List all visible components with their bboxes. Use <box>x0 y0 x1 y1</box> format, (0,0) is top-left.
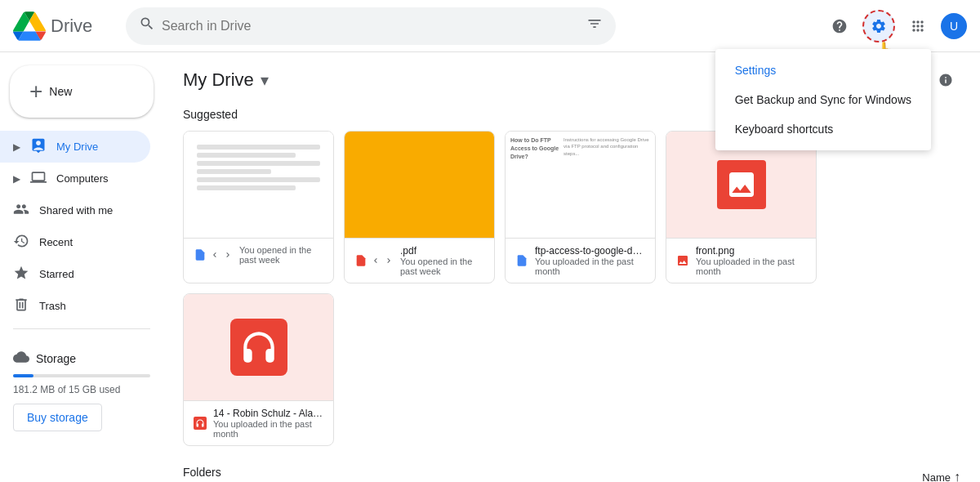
settings-menu-item[interactable]: Settings <box>715 56 931 85</box>
card-date: You opened in the past week <box>239 245 323 265</box>
suggested-cards: You opened in the past week <box>183 131 960 446</box>
red-image-preview <box>717 160 766 209</box>
file-card[interactable]: You opened in the past week <box>183 131 334 283</box>
shared-icon <box>13 201 29 220</box>
sidebar-divider <box>13 328 150 329</box>
new-button[interactable]: + New <box>10 65 154 118</box>
doc-lines <box>190 138 327 200</box>
my-drive-icon <box>30 137 47 156</box>
gdoc-icon <box>515 254 528 267</box>
search-input[interactable] <box>162 19 580 33</box>
settings-button[interactable] <box>862 10 895 42</box>
sidebar-item-computers[interactable]: ▶ Computers <box>0 163 150 194</box>
card-details: front.png You uploaded in the past month <box>696 245 806 276</box>
buy-storage-button[interactable]: Buy storage <box>13 404 102 431</box>
cloud-icon <box>13 349 29 368</box>
expand-arrow-icon: ▶ <box>13 141 20 153</box>
apps-button[interactable] <box>902 10 934 42</box>
sidebar: + New ▶ My Drive ▶ Computers <box>0 52 163 482</box>
card-icon-nav <box>194 248 233 261</box>
info-button[interactable] <box>931 65 960 95</box>
storage-section: Storage 181.2 MB of 15 GB used Buy stora… <box>0 336 163 438</box>
settings-dropdown: Settings Get Backup and Sync for Windows… <box>715 49 931 150</box>
card-details: .pdf You opened in the past week <box>400 245 484 276</box>
file-card[interactable]: front.png You uploaded in the past month <box>666 131 817 283</box>
drive-logo-icon <box>13 10 46 42</box>
card-details: 14 - Robin Schulz - Alane... You uploade… <box>213 408 323 439</box>
storage-text: 181.2 MB of 15 GB used <box>13 384 150 395</box>
help-button[interactable] <box>823 10 856 42</box>
doc-line <box>197 145 320 150</box>
nav-prev-icon[interactable] <box>210 250 220 260</box>
card-preview-orange <box>345 132 494 238</box>
backup-menu-item[interactable]: Get Backup and Sync for Windows <box>715 85 931 114</box>
card-name: front.png <box>696 245 806 257</box>
doc-line <box>197 161 320 166</box>
pdf-icon <box>354 254 368 267</box>
shortcuts-menu-item[interactable]: Keyboard shortcuts <box>715 114 931 144</box>
recent-icon <box>13 233 29 252</box>
folders-title: Folders <box>183 466 221 479</box>
card-preview <box>184 132 333 238</box>
audio-preview <box>230 319 287 376</box>
sidebar-label: My Drive <box>56 141 98 153</box>
preview-text: How to Do FTP Access to Google Drive? <box>510 136 564 160</box>
sidebar-item-shared[interactable]: Shared with me <box>0 194 150 226</box>
preview-subtext: Instructions for accessing Google Drive … <box>564 136 650 157</box>
starred-icon <box>13 265 29 283</box>
doc-line <box>197 169 271 174</box>
name-sort-button[interactable]: Name ↑ <box>922 470 960 482</box>
card-info: ftp-access-to-google-dri... You uploaded… <box>506 238 655 283</box>
sidebar-label: Starred <box>39 268 74 280</box>
drive-dropdown-icon[interactable]: ▾ <box>261 70 269 90</box>
nav-next-icon[interactable] <box>384 256 394 266</box>
nav-next-icon[interactable] <box>223 250 233 260</box>
new-label: New <box>49 85 72 98</box>
storage-label: Storage <box>36 352 76 365</box>
nav-prev-icon[interactable] <box>371 256 381 266</box>
card-date: You opened in the past week <box>400 257 484 276</box>
card-date: You uploaded in the past month <box>213 419 323 439</box>
image-icon <box>676 254 689 267</box>
folders-section: Folders Name ↑ [ OxTorrent.pw ] VA - HI.… <box>183 466 960 482</box>
doc-line <box>197 153 296 158</box>
storage-bar <box>13 374 33 377</box>
logo-text: Drive <box>51 16 92 37</box>
sidebar-label: Recent <box>39 236 73 248</box>
search-bar[interactable] <box>126 7 616 45</box>
card-details: ftp-access-to-google-dri... You uploaded… <box>535 245 645 276</box>
file-card[interactable]: How to Do FTP Access to Google Drive? In… <box>505 131 656 283</box>
card-name: 14 - Robin Schulz - Alane... <box>213 408 323 419</box>
file-card[interactable]: 14 - Robin Schulz - Alane... You uploade… <box>183 293 334 446</box>
card-date: You uploaded in the past month <box>535 257 645 276</box>
card-info: front.png You uploaded in the past month <box>666 238 816 283</box>
card-icon-nav <box>354 254 394 267</box>
card-details: You opened in the past week <box>239 245 323 265</box>
sidebar-label: Trash <box>39 300 66 312</box>
sidebar-item-recent[interactable]: Recent <box>0 226 150 258</box>
card-info: 14 - Robin Schulz - Alane... You uploade… <box>184 400 333 445</box>
app-header: Drive U Settings Get B <box>0 0 980 52</box>
suggested-section: Suggested <box>183 108 960 446</box>
sidebar-item-my-drive[interactable]: ▶ My Drive <box>0 131 150 163</box>
gdoc-icon <box>194 248 207 261</box>
trash-icon <box>13 297 29 315</box>
user-avatar[interactable]: U <box>941 13 967 39</box>
storage-bar-container <box>13 374 150 377</box>
sidebar-label: Shared with me <box>39 204 113 216</box>
sort-arrow-icon: ↑ <box>954 470 960 482</box>
filter-icon[interactable] <box>586 16 603 36</box>
card-info: You opened in the past week <box>184 238 333 271</box>
card-name: ftp-access-to-google-dri... <box>535 245 645 257</box>
search-icon <box>139 16 155 36</box>
page-title: My Drive <box>183 69 254 91</box>
card-name: .pdf <box>400 245 484 257</box>
file-card[interactable]: .pdf You opened in the past week <box>344 131 495 283</box>
card-preview <box>184 294 333 400</box>
new-plus-icon: + <box>29 78 42 105</box>
card-info: .pdf You opened in the past week <box>345 238 494 283</box>
card-date: You uploaded in the past month <box>696 257 806 276</box>
sidebar-item-starred[interactable]: Starred <box>0 258 150 290</box>
sidebar-item-trash[interactable]: Trash <box>0 290 150 322</box>
folders-header: Folders Name ↑ <box>183 466 960 482</box>
